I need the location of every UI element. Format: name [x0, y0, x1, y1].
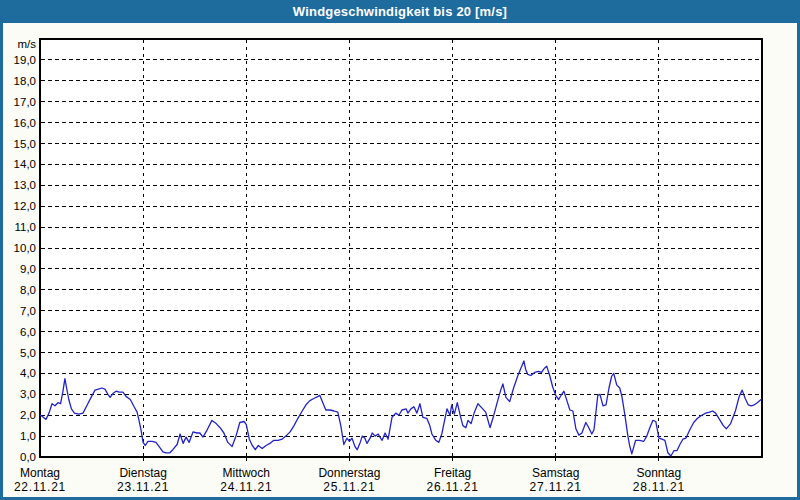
wind-speed-panel: Windgeschwindigkeit bis 20 [m/s] m/s0,01…: [0, 0, 800, 500]
y-axis-tick-label: 13,0: [14, 179, 36, 191]
y-axis-tick-label: 18,0: [14, 75, 36, 87]
x-axis-day-label: Samstag: [532, 466, 579, 480]
x-axis-day-label: Mittwoch: [223, 466, 270, 480]
y-axis-tick-label: 11,0: [14, 221, 36, 233]
x-axis-date-label: 22.11.21: [14, 480, 66, 494]
x-axis-date-label: 28.11.21: [633, 480, 685, 494]
y-axis-tick-label: 9,0: [20, 263, 36, 275]
x-axis-day-label: Sonntag: [636, 466, 681, 480]
x-axis-day-label: Dienstag: [119, 466, 166, 480]
y-axis-tick-label: 3,0: [20, 388, 36, 400]
x-axis-date-label: 23.11.21: [117, 480, 169, 494]
x-axis-day-label: Freitag: [434, 466, 471, 480]
x-axis-date-label: 26.11.21: [426, 480, 478, 494]
y-axis-tick-label: 12,0: [14, 200, 36, 212]
y-axis-tick-label: 6,0: [20, 326, 36, 338]
y-axis-tick-label: 2,0: [20, 409, 36, 421]
x-axis-day-label: Donnerstag: [318, 466, 380, 480]
y-axis-tick-label: 0,0: [20, 451, 36, 463]
y-axis-tick-label: 19,0: [14, 54, 36, 66]
chart-area: m/s0,01,02,03,04,05,06,07,08,09,010,011,…: [3, 23, 797, 497]
y-axis-tick-label: 10,0: [14, 242, 36, 254]
wind-speed-chart: m/s0,01,02,03,04,05,06,07,08,09,010,011,…: [3, 23, 797, 497]
y-axis-tick-label: 14,0: [14, 158, 36, 170]
x-axis-day-label: Montag: [20, 466, 60, 480]
y-axis-tick-label: 1,0: [20, 430, 36, 442]
x-axis-date-label: 25.11.21: [323, 480, 375, 494]
y-axis-tick-label: 8,0: [20, 284, 36, 296]
x-axis-date-label: 27.11.21: [530, 480, 582, 494]
chart-title: Windgeschwindigkeit bis 20 [m/s]: [293, 4, 507, 19]
y-axis-tick-label: 15,0: [14, 138, 36, 150]
y-axis-tick-label: 5,0: [20, 347, 36, 359]
y-axis-tick-label: 7,0: [20, 305, 36, 317]
x-axis-date-label: 24.11.21: [220, 480, 272, 494]
chart-title-bar: Windgeschwindigkeit bis 20 [m/s]: [0, 0, 800, 23]
y-axis-tick-label: 16,0: [14, 117, 36, 129]
y-axis-unit-label: m/s: [17, 38, 36, 50]
y-axis-tick-label: 17,0: [14, 96, 36, 108]
y-axis-tick-label: 4,0: [20, 367, 36, 379]
